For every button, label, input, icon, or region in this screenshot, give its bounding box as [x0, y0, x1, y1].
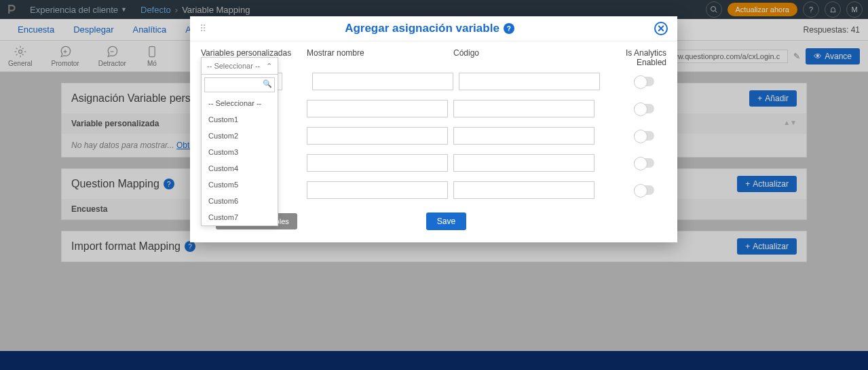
display-name-input[interactable]: [307, 181, 448, 199]
save-button[interactable]: Save: [426, 212, 466, 230]
analytics-toggle[interactable]: [634, 185, 654, 195]
analytics-toggle[interactable]: [634, 77, 654, 86]
analytics-toggle[interactable]: [634, 158, 654, 168]
code-input[interactable]: [453, 181, 595, 199]
dropdown-option[interactable]: Custom6: [202, 193, 278, 209]
modal-title: Agregar asignación variable: [345, 22, 499, 35]
dropdown-option[interactable]: Custom7: [202, 209, 278, 225]
display-name-input[interactable]: [307, 154, 448, 172]
display-name-input[interactable]: [307, 127, 448, 145]
dropdown-option[interactable]: Custom1: [202, 111, 278, 128]
code-input[interactable]: [453, 154, 595, 172]
col-header: Is Analytics Enabled: [600, 48, 666, 67]
code-input[interactable]: [453, 127, 595, 145]
code-input[interactable]: [453, 100, 595, 117]
variable-dropdown: -- Seleccionar --⌃ 🔍 -- Seleccionar --Cu…: [201, 57, 278, 226]
search-icon: 🔍: [263, 79, 272, 88]
dropdown-option[interactable]: Custom4: [202, 160, 278, 177]
dropdown-option[interactable]: Custom5: [202, 177, 278, 193]
analytics-toggle[interactable]: [634, 131, 654, 141]
display-name-input[interactable]: [312, 73, 453, 90]
col-header: Mostrar nombre: [307, 48, 448, 67]
drag-handle-icon[interactable]: ⠿: [200, 23, 205, 34]
select-trigger[interactable]: -- Seleccionar --⌃: [201, 57, 278, 75]
code-input[interactable]: [459, 73, 600, 90]
close-icon[interactable]: ×: [654, 22, 668, 35]
dropdown-option[interactable]: -- Seleccionar --: [202, 95, 278, 111]
analytics-toggle[interactable]: [634, 104, 654, 113]
display-name-input[interactable]: [307, 100, 448, 117]
chevron-up-icon: ⌃: [266, 62, 272, 71]
dropdown-option[interactable]: Custom3: [202, 144, 278, 160]
help-icon[interactable]: ?: [504, 23, 514, 34]
dropdown-option[interactable]: Custom2: [202, 128, 278, 144]
col-header: Código: [453, 48, 595, 67]
